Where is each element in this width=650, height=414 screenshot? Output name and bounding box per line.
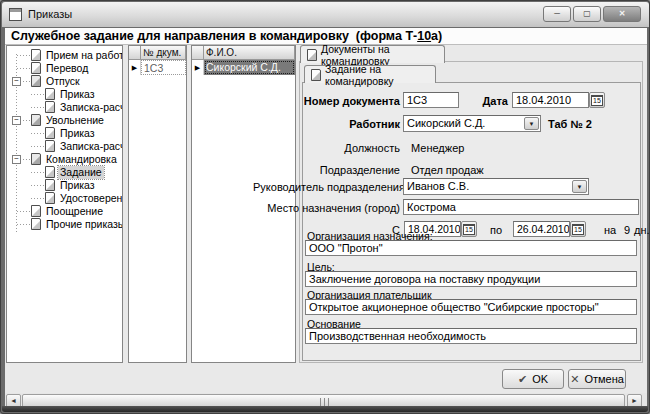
marker-column-header[interactable] [192,46,204,60]
tree-expander-icon[interactable]: − [12,77,21,86]
document-icon [307,49,317,61]
tree-item[interactable]: Прочие приказы [7,218,122,231]
document-icon [45,179,55,191]
tree-item-label: Прием на работу [44,49,123,62]
doc-number-cell[interactable]: 1С3 [141,60,186,75]
document-icon [31,49,41,61]
tree-item[interactable]: −Командировка [7,153,122,166]
tree-item-label: Записка-расчет [58,101,123,114]
tree-item-label: Приказ [58,127,97,140]
tree-expander-icon[interactable]: − [12,116,21,125]
maximize-button[interactable]: ▢ [573,6,601,22]
tree-item[interactable]: Приказ [7,127,122,140]
duration-label: на [604,224,616,236]
tree-item[interactable]: −Отпуск [7,75,122,88]
tree-branch-line [31,198,44,199]
document-icon [45,127,55,139]
tree-item[interactable]: Задание [7,166,122,179]
city-input[interactable]: Кострома [403,199,639,215]
title-bar: Приказы ─ ▢ ✕ [2,2,649,27]
scrollbar-grip-icon [320,398,329,406]
tree-item[interactable]: Записка-расчет [7,140,122,153]
marker-column-header[interactable] [129,46,141,60]
basis-input[interactable]: Производственная необходимость [305,328,637,344]
document-icon [31,205,41,217]
tree-item[interactable]: Прием на работу [7,49,122,62]
tree-item-label: Приказ [58,88,97,101]
tree-item[interactable]: Приказ [7,179,122,192]
app-icon [9,8,22,21]
tree-expander-icon[interactable]: − [12,155,21,164]
position-label: Должность [311,142,400,154]
fio-column-header[interactable]: Ф.И.О. [204,46,295,60]
document-icon [45,166,55,178]
tree-item-label: Задание [58,166,104,179]
date-input[interactable]: 18.04.2010 [512,92,589,108]
worker-value: Сикорский С.Д. [407,117,485,129]
tree-item-label: Записка-расчет [58,140,123,153]
head-value: Иванов С.В. [407,180,469,192]
tree-branch-line [31,94,44,95]
goal-input[interactable]: Заключение договора на поставку продукци… [305,271,637,287]
person-name-cell[interactable]: Сикорский С.Д. [204,60,295,75]
duration-unit: дн. [634,224,650,236]
tree-item-label: Поощрение [44,205,105,218]
calendar-icon: 15 [463,224,475,235]
period-to-input[interactable]: 26.04.2010 [513,221,570,237]
minimize-button[interactable]: ─ [543,6,571,22]
doc-number-input[interactable]: 1С3 [403,92,459,108]
tree-item[interactable]: Перевод [7,62,122,75]
cancel-button-label: Отмена [584,373,623,385]
doc-number-label: Номер документа [291,95,400,107]
cancel-button[interactable]: ✕ Отмена [568,369,626,389]
orders-tree: Прием на работуПеревод−ОтпускПриказЗапис… [6,45,123,363]
position-value: Менеджер [411,142,464,154]
check-icon: ✔ [518,373,527,386]
row-marker-icon: ▶ [192,60,204,75]
document-icon [31,62,41,74]
org-payer-input[interactable]: Открытое акционерное общество "Сибирские… [305,299,637,315]
tree-branch-line [31,146,44,147]
tree-branch-line [17,211,30,212]
period-from-calendar-button[interactable]: 15 [461,221,477,237]
tree-item-label: Увольнение [44,114,106,127]
period-to-label: по [490,224,502,236]
tree-item[interactable]: Поощрение [7,205,122,218]
dropdown-arrow-icon[interactable]: ▼ [524,117,539,130]
department-label: Подразделение [301,164,400,176]
period-to-calendar-button[interactable]: 15 [570,221,586,237]
ok-button-label: OK [532,373,548,385]
worker-label: Работник [321,118,400,130]
window-bottom-border [2,406,648,412]
person-row[interactable]: ▶ Сикорский С.Д. [192,60,295,75]
tree-branch-line [31,107,44,108]
tree-item[interactable]: Приказ [7,88,122,101]
tree-item[interactable]: Удостоверение [7,192,122,205]
document-icon [31,114,41,126]
dropdown-arrow-icon[interactable]: ▼ [572,180,587,193]
head-combobox[interactable]: Иванов С.В. ▼ [403,178,589,195]
document-icon [45,101,55,113]
org-destination-input[interactable]: ООО "Протон" [305,240,637,256]
document-icon [31,218,41,230]
tree-item[interactable]: −Увольнение [7,114,122,127]
tab-task[interactable]: Задание на командировку [304,65,436,83]
window-title: Приказы [28,8,72,20]
heading-text: Служебное задание для направления в кома… [11,29,417,43]
tree-item[interactable]: Записка-расчет [7,101,122,114]
tab-documents[interactable]: Документы на командировку [300,45,445,63]
doc-number-column-header[interactable]: № дкум. [141,46,186,60]
tab-number-text: Таб № 2 [548,118,592,130]
worker-combobox[interactable]: Сикорский С.Д. ▼ [403,115,541,132]
heading-suffix: а) [431,29,442,43]
date-calendar-button[interactable]: 15 [589,92,605,108]
tree-branch-line [31,133,44,134]
close-button[interactable]: ✕ [603,6,641,22]
doc-number-row[interactable]: ▶ 1С3 [129,60,186,75]
date-label: Дата [463,95,508,107]
tree-item-label: Отпуск [44,75,82,88]
ok-button[interactable]: ✔ OK [502,369,564,389]
tree-item-label: Прочие приказы [44,218,123,231]
calendar-icon: 15 [591,95,603,106]
tab-task-label: Задание на командировку [325,63,429,87]
